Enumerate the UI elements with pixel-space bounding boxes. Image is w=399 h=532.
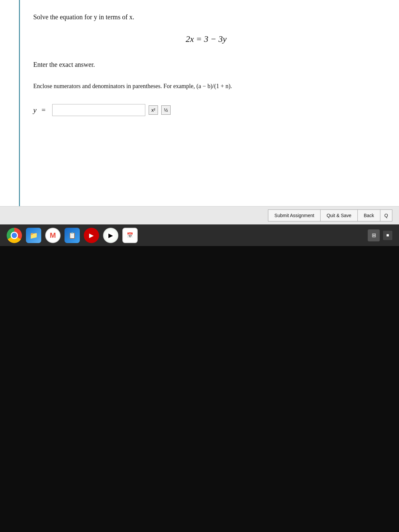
submit-assignment-button[interactable]: Submit Assignment <box>268 209 321 221</box>
taskbar-icon-play-store[interactable]: ▶ <box>103 228 118 243</box>
taskbar-right-icon-2[interactable]: ■ <box>383 231 392 240</box>
fraction-icon: ½ <box>164 107 168 113</box>
exact-answer-label: Enter the exact answer. <box>33 61 379 68</box>
enclose-instruction: Enclose numerators and denominators in p… <box>33 82 379 91</box>
dark-background-area <box>0 246 399 532</box>
taskbar: 📁 M 📋 ▶ ▶ 📅 ⊞ ■ <box>0 224 399 246</box>
y-variable-label: y <box>33 106 37 114</box>
bottom-toolbar: Submit Assignment Quit & Save Back Q <box>0 206 399 224</box>
question-content-area: Solve the equation for y in terms of x. … <box>20 0 399 206</box>
equation-display: 2x = 3 − 3y <box>33 34 379 44</box>
taskbar-right-area: ⊞ ■ <box>368 229 392 241</box>
taskbar-right-icon-1[interactable]: ⊞ <box>368 229 380 241</box>
quit-save-button[interactable]: Quit & Save <box>321 209 358 221</box>
question-button[interactable]: Q <box>380 209 392 221</box>
answer-row: y = x² ½ <box>33 104 379 116</box>
taskbar-icon-youtube[interactable]: ▶ <box>84 228 99 243</box>
taskbar-icon-files[interactable]: 📁 <box>26 228 41 243</box>
taskbar-icon-chrome[interactable] <box>7 228 22 243</box>
superscript-icon-btn[interactable]: x² <box>149 105 158 115</box>
taskbar-right-icon-2-symbol: ■ <box>386 233 389 238</box>
left-accent-border <box>0 0 20 206</box>
question-instruction: Solve the equation for y in terms of x. <box>33 13 379 21</box>
equation-text: 2x = 3 − 3y <box>186 34 226 44</box>
fraction-icon-btn[interactable]: ½ <box>161 105 171 115</box>
taskbar-right-icon-1-symbol: ⊞ <box>372 232 376 238</box>
taskbar-icon-gmail[interactable]: M <box>45 228 61 243</box>
answer-input[interactable] <box>52 104 145 116</box>
equals-sign: = <box>42 106 46 114</box>
superscript-icon: x² <box>151 107 155 113</box>
back-button[interactable]: Back <box>358 209 380 221</box>
taskbar-icon-blue-app[interactable]: 📋 <box>65 228 80 243</box>
taskbar-icon-calendar[interactable]: 📅 <box>122 228 138 243</box>
